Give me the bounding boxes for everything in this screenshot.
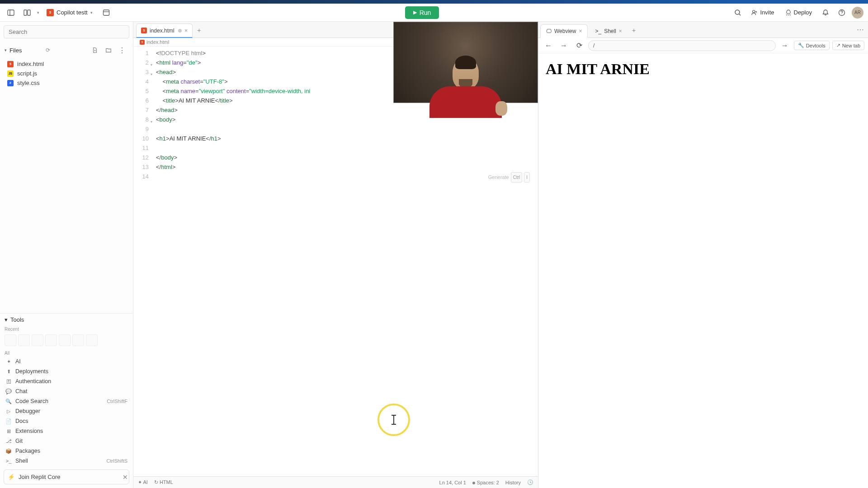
tool-item-debugger[interactable]: ▷Debugger	[0, 406, 133, 416]
nav-back-button[interactable]: ←	[542, 39, 555, 52]
webcam-overlay	[393, 22, 538, 103]
nav-forward-button[interactable]: →	[557, 39, 570, 52]
new-tab-button[interactable]: +	[193, 23, 205, 38]
tab-icon: 🖵	[546, 28, 552, 34]
tool-icon: 💬	[5, 388, 12, 394]
files-more-button[interactable]: ⋮	[116, 44, 128, 56]
preview-new-tab-button[interactable]: +	[627, 23, 640, 38]
files-refresh-icon[interactable]: ⟳	[46, 47, 50, 53]
file-item-style-css[interactable]: #style.css	[0, 78, 133, 88]
invite-button[interactable]: Invite	[748, 7, 778, 18]
toggle-sidebar-button[interactable]	[5, 6, 17, 19]
recent-tile[interactable]	[86, 334, 98, 346]
tab-close-button[interactable]: ×	[619, 28, 622, 34]
external-icon: ↗	[836, 42, 840, 48]
status-ai[interactable]: ✦ AI	[138, 479, 148, 485]
repl-title-badge[interactable]: 5 Copilot testt ▾	[43, 8, 96, 18]
tool-label: AI	[15, 358, 21, 365]
status-history[interactable]: History	[505, 480, 521, 485]
close-banner-button[interactable]: ✕	[121, 472, 130, 483]
tool-item-code-search[interactable]: 🔍Code SearchCtrlShiftF	[0, 396, 133, 406]
preview-tab-webview[interactable]: 🖵Webview×	[540, 24, 588, 38]
tool-item-deployments[interactable]: ⬆Deployments	[0, 366, 133, 376]
svg-point-6	[735, 10, 740, 14]
tool-shortcut: CtrlShiftS	[107, 458, 127, 464]
browser-chrome-bar	[0, 0, 868, 4]
preview-tab-row: 🖵Webview×>_Shell×+⋯	[538, 22, 868, 38]
recent-tile[interactable]	[18, 334, 30, 346]
repl-dock-button[interactable]	[100, 6, 113, 19]
layout-chevron-icon[interactable]: ▾	[37, 10, 39, 15]
tool-icon: ▷	[5, 408, 12, 414]
devtools-button[interactable]: 🔧 Devtools	[794, 41, 830, 50]
recent-tile[interactable]	[45, 334, 57, 346]
rocket-icon	[785, 9, 792, 16]
generate-hint[interactable]: Generate Ctrl I	[488, 172, 530, 183]
preview-overflow-button[interactable]: ⋯	[853, 22, 868, 38]
tool-item-shell[interactable]: >_ShellCtrlShiftS	[0, 456, 133, 466]
tool-label: Code Search	[15, 398, 48, 404]
help-button[interactable]	[835, 6, 848, 19]
tool-item-git[interactable]: ⎇Git	[0, 436, 133, 446]
status-language[interactable]: ↻ HTML	[154, 479, 173, 485]
breadcrumb-text: index.html	[146, 39, 169, 45]
html5-icon: 5	[7, 61, 14, 67]
tool-icon: ⊞	[5, 428, 12, 434]
tool-item-ai[interactable]: ✦AI	[0, 357, 133, 366]
preview-tab-shell[interactable]: >_Shell×	[590, 25, 627, 38]
deploy-button[interactable]: Deploy	[782, 7, 816, 18]
nav-reload-button[interactable]: ⟳	[573, 39, 585, 52]
status-clock-icon[interactable]: 🕓	[527, 479, 533, 485]
status-cursor-pos[interactable]: Ln 14, Col 1	[439, 480, 466, 485]
join-replit-core-banner[interactable]: ⚡ Join Replit Core ✕	[4, 469, 129, 484]
tab-label: Webview	[554, 28, 576, 34]
editor-pane: 5 index.html × + ⋯ 5 index.html 12▾3▾456…	[133, 22, 538, 488]
recent-tile[interactable]	[32, 334, 43, 346]
new-tab-button[interactable]: ↗ New tab	[832, 41, 864, 50]
join-label: Join Replit Core	[19, 474, 61, 480]
split-pane-button[interactable]	[21, 6, 33, 19]
editor-tab-index-html[interactable]: 5 index.html ×	[136, 23, 193, 38]
tools-section-label: Tools	[10, 316, 24, 323]
recent-tile[interactable]	[5, 334, 16, 346]
preview-url-input[interactable]	[588, 40, 776, 51]
tab-close-button[interactable]: ×	[184, 27, 188, 34]
user-avatar[interactable]: AR	[852, 7, 863, 19]
recent-label: Recent	[0, 326, 133, 333]
html5-icon: 5	[141, 28, 147, 33]
svg-rect-0	[8, 10, 14, 15]
files-collapse-icon[interactable]: ▾	[5, 48, 7, 52]
notifications-button[interactable]	[819, 6, 832, 19]
html5-icon: 5	[47, 9, 54, 16]
tool-item-chat[interactable]: 💬Chat	[0, 386, 133, 396]
tools-collapse-icon[interactable]: ▾	[5, 316, 8, 323]
file-list: 5index.htmlJSscript.js#style.css	[0, 58, 133, 89]
new-file-button[interactable]	[89, 44, 101, 56]
file-item-script-js[interactable]: JSscript.js	[0, 69, 133, 78]
search-button[interactable]	[731, 6, 744, 19]
repl-name: Copilot testt	[57, 9, 88, 16]
tool-item-authentication[interactable]: ⚿Authentication	[0, 376, 133, 386]
tool-item-docs[interactable]: 📄Docs	[0, 416, 133, 426]
tool-item-extensions[interactable]: ⊞Extensions	[0, 426, 133, 436]
tool-label: Docs	[15, 418, 28, 424]
tool-icon: ✦	[5, 358, 12, 365]
tool-item-packages[interactable]: 📦Packages	[0, 446, 133, 456]
sidebar-search-input[interactable]	[4, 25, 129, 38]
url-go-button[interactable]: →	[778, 39, 791, 52]
new-folder-button[interactable]	[102, 44, 115, 56]
tab-dirty-indicator	[178, 29, 182, 33]
tool-icon: ⎇	[5, 438, 12, 444]
tab-close-button[interactable]: ×	[579, 28, 582, 34]
recent-tile[interactable]	[72, 334, 84, 346]
run-button[interactable]: ▶ Run	[405, 6, 439, 19]
tool-label: Extensions	[15, 428, 43, 434]
recent-tile[interactable]	[59, 334, 71, 346]
svg-rect-2	[24, 10, 27, 15]
top-toolbar: ▾ 5 Copilot testt ▾ ▶ Run Invite Deploy	[0, 4, 868, 22]
tool-label: Authentication	[15, 378, 51, 385]
status-spaces[interactable]: Spaces: 2	[472, 480, 499, 485]
preview-viewport[interactable]: AI MIT ARNIE	[538, 53, 868, 488]
file-item-index-html[interactable]: 5index.html	[0, 59, 133, 69]
wrench-icon: 🔧	[798, 42, 804, 48]
